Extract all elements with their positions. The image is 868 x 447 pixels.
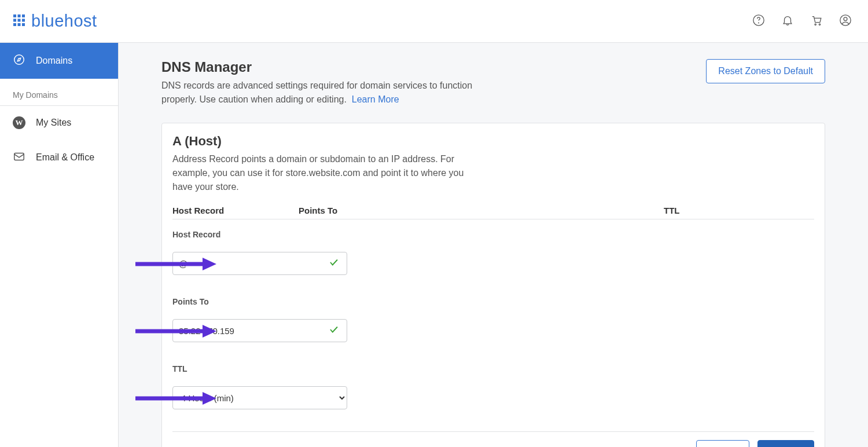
bell-icon[interactable] — [781, 14, 794, 29]
ttl-field-wrap: 4 Hours (min) — [172, 386, 347, 409]
check-icon — [329, 324, 339, 337]
reset-zones-button[interactable]: Reset Zones to Default — [706, 59, 825, 83]
sidebar: Domains My Domains W My Sites Email & Of… — [0, 43, 119, 447]
points-to-field-wrap — [172, 319, 347, 342]
brand[interactable]: bluehost — [13, 12, 97, 31]
page-header: DNS Manager DNS records are advanced set… — [161, 59, 825, 107]
host-record-field-wrap — [172, 252, 347, 275]
save-button[interactable]: Save — [757, 440, 814, 447]
sidebar-item-domains[interactable]: Domains — [0, 43, 118, 79]
sidebar-item-label: Domains — [36, 56, 72, 66]
host-record-input[interactable] — [172, 252, 347, 275]
svg-rect-3 — [13, 19, 16, 21]
page-title: DNS Manager — [161, 59, 486, 75]
svg-point-15 — [14, 55, 24, 65]
layout: Domains My Domains W My Sites Email & Of… — [0, 43, 868, 447]
col-header-points: Points To — [299, 206, 664, 215]
learn-more-link[interactable]: Learn More — [352, 94, 399, 104]
card-description: Address Record points a domain or subdom… — [172, 152, 473, 194]
svg-point-10 — [759, 23, 759, 23]
brand-name: bluehost — [31, 12, 97, 31]
form-actions: Cancel Save — [172, 431, 814, 447]
svg-rect-2 — [22, 14, 25, 17]
svg-rect-0 — [13, 14, 16, 17]
sidebar-sublabel-my-domains[interactable]: My Domains — [0, 79, 118, 106]
svg-point-12 — [819, 24, 820, 25]
wordpress-icon: W — [13, 116, 25, 129]
col-header-host: Host Record — [172, 206, 299, 215]
ttl-label: TTL — [172, 364, 814, 373]
svg-point-14 — [844, 17, 847, 20]
host-record-label: Host Record — [172, 230, 814, 239]
col-header-ttl: TTL — [664, 206, 814, 215]
ttl-select[interactable]: 4 Hours (min) — [172, 386, 347, 409]
compass-icon — [13, 53, 25, 68]
svg-rect-5 — [22, 19, 25, 21]
card-title: A (Host) — [172, 134, 814, 149]
sidebar-item-label: Email & Office — [36, 152, 94, 163]
page-description: DNS records are advanced settings requir… — [161, 79, 486, 107]
main-content: DNS Manager DNS records are advanced set… — [119, 43, 868, 447]
topbar-icons — [752, 14, 852, 29]
svg-rect-1 — [18, 14, 21, 17]
cancel-button[interactable]: Cancel — [696, 440, 749, 447]
svg-rect-16 — [14, 153, 24, 160]
help-icon[interactable] — [752, 14, 765, 29]
svg-point-11 — [815, 24, 816, 25]
svg-rect-7 — [18, 23, 21, 26]
dns-record-card: A (Host) Address Record points a domain … — [161, 123, 825, 447]
column-headers: Host Record Points To TTL — [172, 206, 814, 219]
svg-rect-4 — [18, 19, 21, 21]
svg-rect-8 — [22, 23, 25, 26]
sidebar-item-email-office[interactable]: Email & Office — [0, 140, 118, 175]
svg-rect-6 — [13, 23, 16, 26]
form-area: Host Record Points To TTL 4 Hours (mi — [172, 219, 814, 409]
sidebar-item-label: My Sites — [36, 118, 71, 128]
brand-grid-icon — [13, 14, 25, 29]
mail-icon — [13, 150, 25, 165]
check-icon — [329, 257, 339, 270]
top-bar: bluehost — [0, 0, 868, 43]
sidebar-item-my-sites[interactable]: W My Sites — [0, 106, 118, 140]
points-to-input[interactable] — [172, 319, 347, 342]
points-to-label: Points To — [172, 297, 814, 306]
cart-icon[interactable] — [810, 14, 823, 29]
user-icon[interactable] — [839, 14, 852, 29]
